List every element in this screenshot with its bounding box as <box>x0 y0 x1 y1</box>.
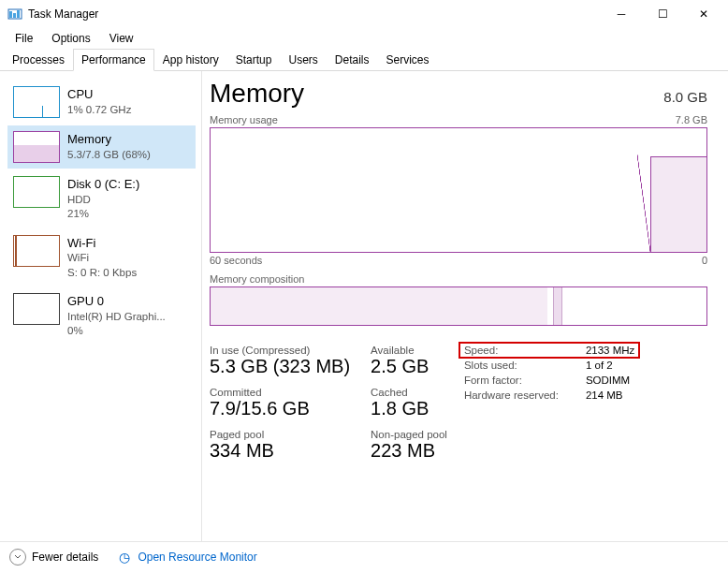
fewer-details-button[interactable]: Fewer details <box>32 551 98 564</box>
disk-title: Disk 0 (C: E:) <box>67 176 139 193</box>
x-axis-right: 0 <box>702 255 707 266</box>
gpu-title: GPU 0 <box>67 293 166 310</box>
disk-sub2: 21% <box>67 207 139 222</box>
svg-rect-2 <box>13 13 16 18</box>
memory-composition-label: Memory composition <box>210 273 707 285</box>
window-title: Task Manager <box>28 7 601 21</box>
minimize-button[interactable]: ─ <box>601 0 642 28</box>
gpu-thumb-icon <box>13 293 60 325</box>
sidebar: CPU 1% 0.72 GHz Memory 5.3/7.8 GB (68%) … <box>0 71 202 541</box>
menu-view[interactable]: View <box>100 30 143 47</box>
sidebar-item-gpu[interactable]: GPU 0 Intel(R) HD Graphi... 0% <box>7 287 196 345</box>
sidebar-item-disk[interactable]: Disk 0 (C: E:) HDD 21% <box>7 170 196 228</box>
paged-label: Paged pool <box>210 429 350 440</box>
maximize-button[interactable]: ☐ <box>642 0 683 28</box>
form-label: Form factor: <box>464 375 586 386</box>
inuse-label: In use (Compressed) <box>210 345 350 356</box>
tab-processes[interactable]: Processes <box>4 49 73 71</box>
wifi-sub2: S: 0 R: 0 Kbps <box>67 266 137 281</box>
menu-options[interactable]: Options <box>42 30 99 47</box>
cached-label: Cached <box>371 387 447 398</box>
open-resource-monitor-link[interactable]: Open Resource Monitor <box>138 551 256 564</box>
cpu-sub: 1% 0.72 GHz <box>67 103 131 118</box>
gpu-sub2: 0% <box>67 324 166 339</box>
app-icon <box>7 7 22 22</box>
memory-thumb-icon <box>13 131 60 163</box>
page-title: Memory <box>210 79 304 109</box>
cpu-thumb-icon <box>13 86 60 118</box>
committed-label: Committed <box>210 387 350 398</box>
wifi-sub1: WiFi <box>67 251 137 266</box>
memory-stats-left: In use (Compressed) 5.3 GB (323 MB) Avai… <box>210 345 447 467</box>
svg-rect-1 <box>9 11 12 18</box>
sidebar-item-memory[interactable]: Memory 5.3/7.8 GB (68%) <box>7 125 196 169</box>
collapse-icon[interactable] <box>9 549 26 566</box>
tab-services[interactable]: Services <box>378 49 438 71</box>
slots-label: Slots used: <box>464 360 586 371</box>
memory-usage-label: Memory usage <box>210 114 278 125</box>
memory-stats-right: Speed: 2133 MHz Slots used: 1 of 2 Form … <box>464 345 634 467</box>
resource-monitor-icon: ◷ <box>117 550 132 565</box>
memory-composition-chart <box>210 286 707 326</box>
tab-details[interactable]: Details <box>327 49 378 71</box>
close-button[interactable]: ✕ <box>683 0 724 28</box>
inuse-value: 5.3 GB (323 MB) <box>210 356 350 377</box>
tab-app-history[interactable]: App history <box>154 49 227 71</box>
tab-startup[interactable]: Startup <box>227 49 281 71</box>
gpu-sub1: Intel(R) HD Graphi... <box>67 310 166 325</box>
memory-usage-max: 7.8 GB <box>676 114 707 125</box>
cpu-title: CPU <box>67 86 131 103</box>
memory-title: Memory <box>67 131 151 148</box>
wifi-title: Wi-Fi <box>67 235 137 252</box>
form-value: SODIMM <box>586 375 634 386</box>
tab-performance[interactable]: Performance <box>73 49 154 71</box>
cached-value: 1.8 GB <box>371 398 447 419</box>
footer: Fewer details ◷ Open Resource Monitor <box>0 541 728 571</box>
svg-rect-3 <box>17 10 20 18</box>
reserved-label: Hardware reserved: <box>464 389 586 401</box>
tab-users[interactable]: Users <box>280 49 326 71</box>
committed-value: 7.9/15.6 GB <box>210 398 350 419</box>
menu-bar: File Options View <box>0 28 728 49</box>
sidebar-item-wifi[interactable]: Wi-Fi WiFi S: 0 R: 0 Kbps <box>7 229 196 286</box>
memory-capacity: 8.0 GB <box>663 89 707 105</box>
paged-value: 334 MB <box>210 440 350 462</box>
disk-thumb-icon <box>13 176 60 208</box>
disk-sub1: HDD <box>67 193 139 208</box>
reserved-value: 214 MB <box>586 389 634 401</box>
available-value: 2.5 GB <box>371 356 447 377</box>
detail-panel: Memory 8.0 GB Memory usage 7.8 GB 60 sec… <box>206 71 728 541</box>
nonpaged-label: Non-paged pool <box>371 429 447 440</box>
speed-value: 2133 MHz <box>586 345 634 356</box>
content: CPU 1% 0.72 GHz Memory 5.3/7.8 GB (68%) … <box>0 71 728 541</box>
memory-sub: 5.3/7.8 GB (68%) <box>67 148 151 163</box>
sidebar-item-cpu[interactable]: CPU 1% 0.72 GHz <box>7 81 196 124</box>
tabs: Processes Performance App history Startu… <box>0 49 728 71</box>
slots-value: 1 of 2 <box>586 360 634 371</box>
window-titlebar: Task Manager ─ ☐ ✕ <box>0 0 728 28</box>
wifi-thumb-icon <box>13 235 60 267</box>
speed-label: Speed: <box>464 345 586 356</box>
nonpaged-value: 223 MB <box>371 440 447 462</box>
available-label: Available <box>371 345 447 356</box>
menu-file[interactable]: File <box>6 30 42 47</box>
memory-usage-chart <box>210 127 707 253</box>
x-axis-left: 60 seconds <box>210 255 262 266</box>
